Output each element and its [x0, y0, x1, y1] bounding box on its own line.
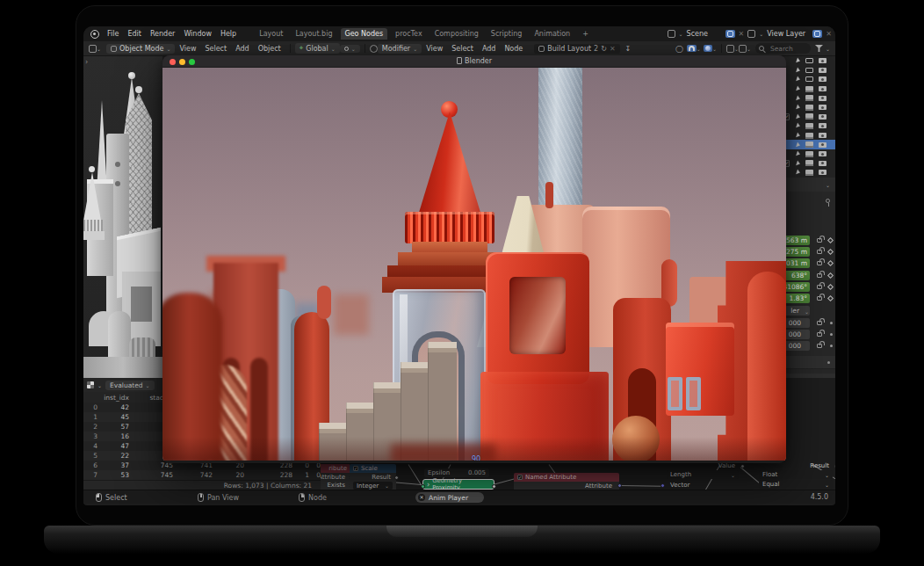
selectable-toggle-icon[interactable] [796, 86, 801, 92]
disable-render-toggle-icon[interactable] [819, 114, 827, 120]
hide-viewport-toggle-icon[interactable] [805, 151, 813, 157]
view-layer-icon[interactable] [747, 30, 755, 38]
selectable-toggle-icon[interactable] [796, 105, 801, 111]
menu-file[interactable]: File [107, 30, 119, 38]
scene-selector[interactable]: Scene [687, 30, 722, 38]
selectable-toggle-icon[interactable] [796, 95, 801, 101]
lock-icon[interactable] [817, 332, 822, 337]
viewport-3d[interactable]: › [83, 56, 162, 378]
node-compare[interactable]: Result Float⌄ Equal⌄ [755, 462, 835, 490]
menu-render[interactable]: Render [150, 30, 175, 38]
node-named-attribute[interactable]: ✓Named Attribute Attribute [514, 473, 619, 490]
anim-player-status[interactable]: ✕ Anim Player [415, 492, 484, 503]
hide-viewport-toggle-icon[interactable] [805, 133, 813, 139]
hide-viewport-toggle-icon[interactable] [805, 86, 813, 92]
menu-window[interactable]: Window [184, 30, 212, 38]
selectable-toggle-icon[interactable] [796, 142, 801, 148]
tab-layout-big[interactable]: Layout.big [291, 28, 336, 40]
render-window[interactable]: Blender [162, 55, 786, 463]
mode-dropdown[interactable]: Object Mode⌄ [106, 44, 175, 54]
column-header[interactable]: inst_idx [97, 394, 129, 402]
pin-node-group-icon[interactable]: ↧ [625, 45, 632, 53]
new-scene-icon[interactable] [725, 30, 735, 38]
keyframe-icon[interactable] [827, 237, 834, 243]
tab-geo-nodes[interactable]: Geo Nodes [341, 28, 388, 40]
lock-icon[interactable] [817, 285, 822, 289]
spreadsheet-icon[interactable] [87, 381, 94, 388]
animate-dot-icon[interactable] [830, 322, 833, 324]
tab-scripting[interactable]: Scripting [487, 28, 527, 40]
editor-type-icon[interactable] [89, 45, 97, 53]
unlink-scene-icon[interactable]: ✕ [739, 30, 745, 38]
lock-icon[interactable] [817, 321, 822, 325]
tree-type-dropdown[interactable]: Modifier⌄ [378, 44, 422, 54]
scene-type-icon[interactable] [668, 30, 675, 38]
disable-render-toggle-icon[interactable] [819, 96, 827, 101]
lock-icon[interactable] [817, 238, 822, 243]
animate-dot-icon[interactable] [830, 333, 833, 336]
selectable-toggle-icon[interactable] [796, 67, 801, 73]
render-window-titlebar[interactable]: Blender [162, 55, 786, 68]
disable-render-toggle-icon[interactable] [819, 151, 827, 156]
tab-animation[interactable]: Animation [530, 28, 574, 40]
compare-operation-dropdown[interactable]: Equal⌄ [759, 480, 833, 489]
lock-icon[interactable] [817, 261, 822, 265]
checkbox-icon[interactable]: ✓ [353, 466, 358, 471]
hide-viewport-toggle-icon[interactable] [805, 58, 813, 63]
disable-render-toggle-icon[interactable] [819, 76, 827, 82]
dataset-dropdown[interactable]: Evaluated⌄ [105, 381, 155, 390]
selectable-toggle-icon[interactable] [796, 170, 801, 176]
selectable-toggle-icon[interactable] [796, 76, 801, 83]
snap-toggle-icon[interactable] [687, 45, 697, 52]
spreadsheet-row[interactable]: 7537457422022810 [83, 470, 321, 480]
pin-id-icon[interactable] [826, 199, 830, 203]
lock-icon[interactable] [817, 273, 822, 278]
lock-icon[interactable] [817, 250, 822, 254]
keyframe-icon[interactable] [827, 295, 834, 301]
vp-menu-object[interactable]: Object [258, 45, 281, 53]
hide-viewport-toggle-icon[interactable] [805, 95, 813, 101]
disable-render-toggle-icon[interactable] [819, 123, 827, 128]
ne-menu-view[interactable]: View [426, 45, 443, 53]
ne-menu-select[interactable]: Select [451, 45, 473, 53]
search-input[interactable] [767, 43, 807, 54]
lock-icon[interactable] [817, 344, 822, 348]
node-tree-type-icon[interactable] [370, 45, 378, 53]
disable-render-toggle-icon[interactable] [819, 86, 827, 91]
stop-icon[interactable]: ✕ [418, 494, 425, 501]
outliner-filter-id-icon[interactable] [739, 45, 747, 53]
keyframe-icon[interactable] [827, 272, 834, 279]
node-scale[interactable]: ✓Scale Result Integer⌄ [350, 464, 396, 490]
tab-add-workspace[interactable]: + [578, 28, 593, 40]
node-vector-math[interactable]: Value Length⌄ Vector [663, 462, 742, 489]
hide-viewport-toggle-icon[interactable] [805, 113, 813, 120]
vp-menu-select[interactable]: Select [205, 45, 227, 53]
tab-proctex[interactable]: procTex [391, 28, 427, 40]
disable-render-toggle-icon[interactable] [819, 142, 827, 148]
lock-icon[interactable] [817, 296, 822, 301]
keyframe-icon[interactable] [827, 260, 834, 266]
transform-orientation-dropdown[interactable]: ⌖Global⌄ [295, 43, 340, 54]
hide-viewport-toggle-icon[interactable] [805, 123, 813, 129]
disable-render-toggle-icon[interactable] [819, 170, 827, 175]
overlay-toggle-icon[interactable] [704, 45, 712, 52]
disable-render-toggle-icon[interactable] [819, 161, 827, 166]
outliner-display-mode-icon[interactable] [726, 45, 734, 53]
blender-logo-icon[interactable] [90, 30, 99, 39]
selectable-toggle-icon[interactable] [796, 133, 801, 139]
tab-compositing[interactable]: Compositing [430, 28, 483, 40]
group-unlink-icon[interactable]: ✕ [610, 45, 616, 53]
node-group-name-field[interactable]: Build Layout 2 ↻ ✕ [534, 44, 619, 54]
selectable-toggle-icon[interactable] [796, 151, 801, 157]
view-layer-selector[interactable]: View Layer [767, 30, 809, 38]
disable-render-toggle-icon[interactable] [819, 68, 827, 73]
node-geometry-proximity[interactable]: ›Geometry Proximity [422, 479, 494, 490]
group-refresh-icon[interactable]: ↻ [601, 45, 607, 53]
tab-layout[interactable]: Layout [255, 28, 287, 40]
selectable-toggle-icon[interactable] [796, 113, 801, 120]
scale-type-dropdown[interactable]: Integer⌄ [353, 482, 393, 490]
disable-render-toggle-icon[interactable] [819, 133, 827, 138]
keyframe-icon[interactable] [827, 284, 834, 290]
disable-render-toggle-icon[interactable] [819, 105, 827, 110]
filter-icon[interactable] [815, 45, 823, 52]
